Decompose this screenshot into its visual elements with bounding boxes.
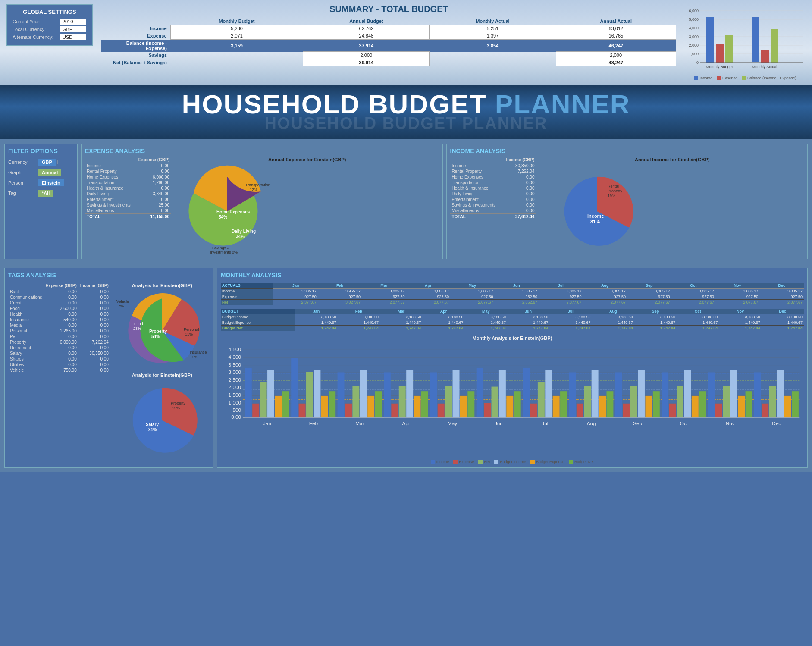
alt-currency-label: Alternate Currency: [13,34,60,40]
legend-m-income-label: Income [436,460,449,464]
budget-table-row: Budget Income3,188.503,188.503,188.503,1… [221,314,804,320]
income-row-label: Rental Property [450,169,502,174]
legend-m-income: Income [431,460,449,464]
budget-row-label: Budget Net [221,326,295,331]
col-monthly-actual: Monthly Actual [430,18,556,25]
svg-text:1,000: 1,000 [228,400,241,405]
summary-bar-chart-area: 6,000 5,000 4,000 3,000 2,000 1,000 0 [685,4,806,80]
actuals-row-label: Net [221,300,273,305]
monthly-bar [669,404,676,417]
col-annual-actual: Annual Actual [556,18,676,25]
pie-label-income-pct: 81% [590,219,600,224]
actuals-cell: 3,005.17 [583,289,627,294]
pie-label-property-pct: 54% [151,334,160,339]
actuals-cell: 3,005.17 [450,289,494,294]
actuals-header: ACTUALS [221,283,273,289]
monthly-bar [684,370,691,417]
legend-m-net: Net [478,460,490,464]
monthly-bar [792,391,799,417]
budget-cell: 3,188.50 [507,314,549,320]
currency-filter-value[interactable]: GBP [38,159,56,166]
monthly-bar [677,386,683,417]
actuals-cell: 2,377.67 [539,300,583,305]
income-row-label: Transportation [450,180,502,185]
monthly-bar [623,404,630,417]
tag-row-expense: 0.00 [44,345,78,351]
monthly-bar [421,391,428,417]
analysis-row: FILTER OPTIONS Currency GBP i Graph Annu… [0,139,812,263]
tags-table-row: Health 0.00 0.00 [8,311,110,317]
income-table-row: Savings & Investments 0.00 [450,202,536,208]
budget-cell: 1,747.84 [422,326,464,331]
monthly-bar [252,404,259,417]
budget-cell: 1,440.67 [677,320,719,326]
monthly-bar [606,391,613,417]
actuals-cell: 3,305.17 [495,289,539,294]
tag-row-income: 0.00 [78,328,110,334]
actuals-table-row: Expense927.50927.50927.50927.50927.50952… [221,294,804,300]
monthly-analysis-title: MONTHLY ANALYSIS [221,272,804,279]
expense-table-row: Savings & Investments 25.00 [85,202,171,208]
net-row: Net (Balance + Savings) 39,914 48,247 [101,59,676,66]
legend-income: Income [694,76,712,80]
local-currency-value[interactable]: GBP [60,26,86,32]
budget-cell: 1,747.84 [719,326,761,331]
income-table-row: Rental Property 7,262.04 [450,169,536,174]
title-banner: HOUSEHOLD BUDGET PLANNER HOUSEHOLD BUDGE… [0,85,812,139]
budget-table-row: Budget Expense1,440.671,440.671,440.671,… [221,320,804,326]
monthly-bar [545,370,552,417]
monthly-bar [298,404,305,417]
current-year-value[interactable]: 2010 [60,19,86,25]
person-filter-value[interactable]: Einstein [38,179,64,186]
tags-pie-section: Analysis for Einstein(GBP) Property [115,283,210,462]
budget-cell: 1,440.67 [465,320,507,326]
tag-row-income: 0.00 [78,317,110,323]
expense-row-value: 0.00 [135,163,172,169]
tag-row-expense: 0.00 [44,311,78,317]
legend-expense-dot [717,76,721,80]
monthly-bar [314,370,320,417]
budget-cell: 1,747.84 [634,326,677,331]
pie-label-daily-pct: 34% [236,234,245,239]
monthly-bar [538,382,545,417]
bar-monthly-income [706,17,714,63]
net-annual: 39,914 [303,59,430,66]
expense-table-row: Miscellaneous 0.00 [85,208,171,214]
legend-expense-label: Expense [722,76,737,80]
actuals-cell: 2,077.67 [583,300,627,305]
legend-m-budget-income-label: Budget Income [500,460,526,464]
col-feb-b: Feb [338,309,380,314]
budget-cell: 1,747.84 [380,326,422,331]
graph-filter-value[interactable]: Annual [38,169,61,176]
col-monthly-budget: Monthly Budget [170,18,303,25]
income-row-value: 37,612.04 [502,214,536,220]
alt-currency-value[interactable]: USD [60,34,86,40]
tag-filter-value[interactable]: *All [38,190,53,197]
local-currency-row: Local Currency: GBP [13,26,87,32]
budget-cell: 1,747.84 [507,326,549,331]
tag-row-income: 30,350.00 [78,351,110,356]
income-table-row: Home Expenses 0.00 [450,174,536,180]
x-label-monthly-budget: Monthly Budget [706,65,733,69]
monthly-bar [662,372,668,417]
pie-label-food-tag: Food [134,322,143,326]
col-apr-b: Apr [422,309,464,314]
expense-row-label: Rental Property [85,169,135,174]
monthly-bar [491,387,498,418]
bar-actual-balance [771,29,778,63]
actuals-cell: 927.50 [671,294,715,300]
monthly-bar [560,391,567,417]
svg-text:4,500: 4,500 [228,346,241,352]
tags-table: Expense (GBP)Income (GBP) Bank 0.00 0.00… [8,283,110,373]
monthly-chart-legend: Income Expense Net Budget Income Budget … [221,460,804,464]
budget-cell: 1,747.84 [592,326,634,331]
col-jun-b: Jun [507,309,549,314]
col-sep-a: Sep [627,283,671,289]
monthly-bar [754,372,761,417]
tags-pie-chart1: Property 54% Food 23% Personal 11% Insur… [115,290,210,372]
actuals-cell: 927.50 [583,294,627,300]
monthly-bar [384,372,391,417]
svg-text:500: 500 [232,407,241,413]
person-filter-label: Person [8,180,38,185]
budget-row-label: Budget Expense [221,320,295,326]
